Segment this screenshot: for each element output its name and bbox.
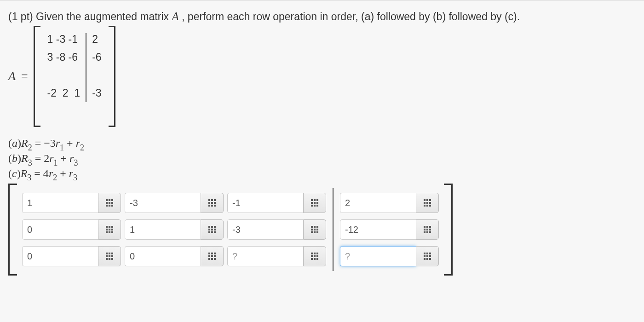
answer-col-2 — [125, 193, 224, 266]
row-operations: (a)R2 = −3r1 + r2 (b)R3 = 2r1 + r3 (c)R3… — [8, 137, 636, 182]
answer-input[interactable] — [227, 219, 303, 240]
matrix-A-display: A = 1 -3 -1 3 -8 -6 -2 2 1 2 -6 -3 — [8, 26, 636, 127]
answer-col-1 — [22, 193, 121, 266]
grid-icon — [106, 226, 113, 233]
answer-input[interactable] — [227, 193, 303, 213]
keypad-button[interactable] — [201, 219, 224, 240]
answer-cell-r3c3 — [227, 246, 326, 266]
operation-c: (c)R3 = 4r2 + r3 — [8, 167, 636, 182]
answer-input[interactable] — [227, 246, 303, 266]
answer-matrix — [8, 184, 636, 276]
matrix-left-block: 1 -3 -1 3 -8 -6 -2 2 1 — [43, 30, 85, 102]
operation-a: (a)R2 = −3r1 + r2 — [8, 137, 636, 152]
matrix-row: -2 2 1 — [43, 84, 85, 102]
right-bracket-icon — [109, 26, 115, 127]
matrix-A-label: A — [8, 69, 16, 83]
answer-cell-r3c1 — [22, 246, 121, 266]
keypad-button[interactable] — [303, 219, 326, 240]
answer-cell-r3c4 — [340, 246, 439, 266]
grid-icon — [106, 199, 113, 207]
equals-sign: = — [21, 69, 28, 83]
grid-icon — [106, 253, 113, 260]
grid-icon — [424, 199, 431, 207]
answer-col-3 — [227, 193, 326, 266]
keypad-button[interactable] — [303, 193, 326, 213]
answer-input[interactable] — [22, 193, 98, 213]
answer-cell-r1c2 — [125, 193, 224, 213]
prompt-text-after: , perform each row operation in order, (… — [179, 11, 520, 23]
right-bracket-icon — [444, 184, 453, 276]
keypad-button[interactable] — [98, 246, 121, 266]
left-bracket-icon — [8, 184, 17, 276]
answer-cell-r1c1 — [22, 193, 121, 213]
answer-cell-r2c3 — [227, 219, 326, 240]
answer-cell-r3c2 — [125, 246, 224, 266]
problem-container: { "prompt": { "points_label": "(1 pt) ",… — [0, 0, 644, 285]
answer-cell-r2c2 — [125, 219, 224, 240]
grid-icon — [208, 199, 216, 207]
grid-icon — [208, 253, 216, 260]
answer-matrix-body — [17, 184, 444, 276]
answer-cell-r1c3 — [227, 193, 326, 213]
answer-cell-r2c4 — [340, 219, 439, 240]
matrix-right-block: 2 -6 -3 — [87, 30, 106, 102]
augment-bar-icon — [333, 188, 334, 271]
keypad-button[interactable] — [201, 193, 224, 213]
keypad-button[interactable] — [303, 246, 326, 266]
matrix-row — [43, 66, 85, 84]
keypad-button[interactable] — [416, 219, 439, 240]
prompt-text-before: Given the augmented matrix — [36, 11, 172, 23]
matrix-var: A — [172, 10, 178, 23]
answer-input[interactable] — [125, 219, 201, 240]
answer-input[interactable] — [22, 219, 98, 240]
matrix-row: 1 -3 -1 — [43, 30, 85, 48]
keypad-button[interactable] — [416, 193, 439, 213]
matrix-row: -3 — [87, 84, 106, 102]
matrix-A-body: 1 -3 -1 3 -8 -6 -2 2 1 2 -6 -3 — [40, 26, 109, 127]
grid-icon — [311, 253, 318, 260]
grid-icon — [311, 199, 318, 207]
answer-input[interactable] — [340, 193, 416, 213]
answer-input[interactable] — [22, 246, 98, 266]
keypad-button[interactable] — [201, 246, 224, 266]
answer-col-4 — [340, 193, 439, 266]
keypad-button[interactable] — [98, 219, 121, 240]
keypad-button[interactable] — [416, 246, 439, 266]
answer-cell-r1c4 — [340, 193, 439, 213]
answer-input[interactable] — [340, 219, 416, 240]
answer-input[interactable] — [125, 193, 201, 213]
operation-b: (b)R3 = 2r1 + r3 — [8, 152, 636, 167]
points-label: (1 pt) — [8, 11, 36, 23]
grid-icon — [424, 253, 431, 260]
grid-icon — [311, 226, 318, 233]
matrix-row: 2 — [87, 30, 106, 48]
answer-input[interactable] — [340, 246, 416, 266]
matrix-row: 3 -8 -6 — [43, 48, 85, 66]
left-bracket-icon — [34, 26, 40, 127]
keypad-button[interactable] — [98, 193, 121, 213]
matrix-row — [87, 66, 106, 84]
matrix-row: -6 — [87, 48, 106, 66]
grid-icon — [208, 226, 216, 233]
augment-bar-icon — [86, 33, 86, 102]
problem-prompt: (1 pt) Given the augmented matrix A , pe… — [8, 10, 636, 23]
grid-icon — [424, 226, 431, 233]
matrix-A-brackets: 1 -3 -1 3 -8 -6 -2 2 1 2 -6 -3 — [34, 26, 115, 127]
answer-cell-r2c1 — [22, 219, 121, 240]
answer-input[interactable] — [125, 246, 201, 266]
